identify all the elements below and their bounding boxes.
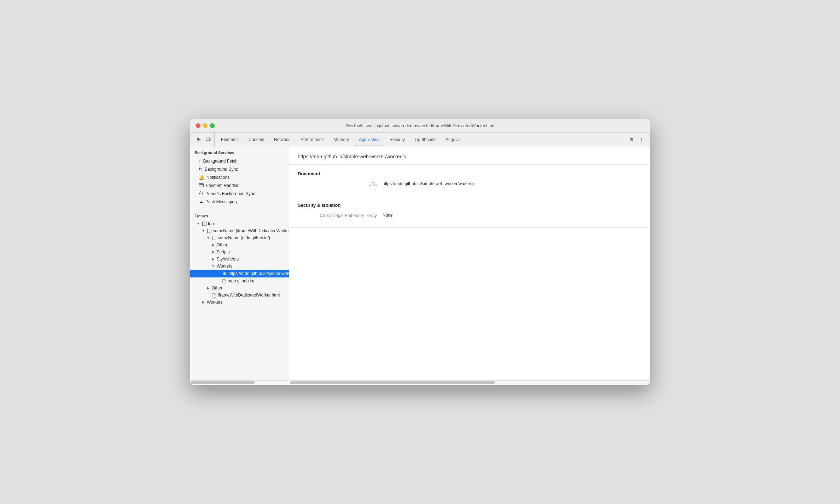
maximize-button[interactable] (210, 123, 215, 128)
svg-rect-5 (208, 229, 211, 233)
periodic-sync-icon: ⏱ (199, 191, 203, 196)
content-area: Background Services ↕ Background Fetch ↻… (190, 147, 650, 380)
tab-console[interactable]: Console (244, 134, 269, 146)
more-options-icon[interactable]: ⋮ (637, 135, 646, 144)
worker-gear-icon: ⚙ (222, 271, 227, 276)
tab-security[interactable]: Security (385, 134, 410, 146)
other2-arrow: ▶ (206, 286, 211, 291)
tree-item-other1[interactable]: ▶ Other (190, 241, 289, 248)
tree-item-workers[interactable]: ▼ Workers (190, 263, 289, 270)
sidebar-item-push-messaging[interactable]: ☁ Push Messaging (190, 198, 289, 206)
coep-field-label: Cross-Origin Embedder Policy (298, 213, 383, 218)
background-fetch-icon: ↕ (199, 158, 201, 164)
payment-handler-icon (199, 183, 204, 188)
cursor-icon[interactable] (194, 135, 203, 144)
tree-item-somename-iframe[interactable]: ▼ someName (iframeWithDedicatedWorker.ht… (190, 227, 289, 234)
sidebar-item-payment-handler[interactable]: Payment Handler (190, 181, 289, 189)
stylesheets-arrow: ▶ (211, 257, 216, 262)
mdn-file-icon (222, 279, 227, 283)
tree-item-scripts[interactable]: ▶ Scripts (190, 248, 289, 256)
workers-arrow: ▼ (211, 264, 216, 269)
tree-item-iframe-file[interactable]: iframeWithDedicatedWorker.html (190, 292, 289, 299)
sidebar-item-background-sync[interactable]: ↻ Background Sync (190, 165, 289, 173)
tab-memory[interactable]: Memory (329, 134, 354, 146)
tree-item-stylesheets[interactable]: ▶ Stylesheets (190, 256, 289, 263)
url-field-value: https://mdn.github.io/simple-web-worker/… (383, 181, 476, 186)
tab-lighthouse[interactable]: Lighthouse (410, 134, 441, 146)
tab-elements[interactable]: Elements (216, 134, 244, 146)
svg-rect-0 (206, 138, 210, 141)
security-section: Security & Isolation Cross-Origin Embedd… (289, 196, 650, 228)
document-section-title: Document (298, 171, 641, 176)
tree-item-top[interactable]: ▼ top (190, 220, 289, 227)
svg-rect-1 (210, 139, 211, 140)
iframe-file-arrow (206, 293, 211, 298)
sidebar-divider (190, 208, 289, 208)
minimize-button[interactable] (203, 123, 208, 128)
device-toggle-icon[interactable] (204, 135, 213, 144)
title-bar: DevTools - wolfib.github.io/web-demos/ne… (190, 119, 650, 133)
document-section: Document URL https://mdn.github.io/simpl… (289, 165, 650, 196)
tree-item-worker-url[interactable]: ⚙ https://mdn.github.io/simple-web-worke… (190, 270, 289, 277)
sidebar-item-notifications[interactable]: 🔔 Notifications (190, 173, 289, 181)
scripts-arrow: ▶ (211, 250, 216, 254)
somename-iframe-arrow: ▼ (201, 228, 206, 233)
top-arrow: ▼ (196, 221, 201, 226)
tab-network[interactable]: Network (269, 134, 294, 146)
background-services-header: Background Services (190, 147, 289, 157)
close-button[interactable] (196, 123, 200, 128)
tab-application[interactable]: Application (354, 134, 385, 146)
content-header: https://mdn.github.io/simple-web-worker/… (289, 147, 650, 165)
worker-url-arrow (216, 271, 221, 276)
devtools-window: DevTools - wolfib.github.io/web-demos/ne… (190, 119, 650, 385)
tree-item-other2[interactable]: ▶ Other (190, 285, 289, 292)
devtools-actions: ⚙ ⋮ (623, 133, 647, 147)
sidebar-scrollbar[interactable] (190, 381, 289, 385)
tree-item-workers2[interactable]: ▶ Workers (190, 299, 289, 306)
other1-arrow: ▶ (211, 242, 216, 247)
main-scrollbar-thumb[interactable] (290, 381, 495, 384)
frames-header: Frames (190, 210, 289, 220)
security-section-title: Security & Isolation (298, 203, 641, 208)
tab-list: Elements Console Network Performance Mem… (216, 134, 623, 146)
tab-angular[interactable]: Angular (441, 134, 465, 146)
tree-item-mdn-file[interactable]: mdn.github.io/ (190, 277, 289, 285)
somename-mdn-arrow: ▼ (206, 235, 211, 240)
sidebar-item-background-fetch[interactable]: ↕ Background Fetch (190, 157, 289, 165)
tab-performance[interactable]: Performance (294, 134, 329, 146)
background-sync-icon: ↻ (199, 166, 203, 172)
svg-rect-2 (199, 184, 204, 187)
sidebar-item-periodic-background-sync[interactable]: ⏱ Periodic Background Sync (190, 189, 289, 198)
mdn-file-arrow (216, 279, 221, 283)
main-scrollbar[interactable] (289, 381, 650, 385)
sidebar-scrollbar-thumb[interactable] (191, 381, 255, 384)
somename-iframe-icon (207, 228, 212, 233)
tree-item-somename-mdn[interactable]: ▼ someName (mdn.github.io/) (190, 234, 289, 241)
main-content: https://mdn.github.io/simple-web-worker/… (289, 147, 650, 380)
content-header-url: https://mdn.github.io/simple-web-worker/… (298, 154, 406, 159)
settings-icon[interactable]: ⚙ (627, 135, 636, 144)
somename-mdn-icon (212, 235, 217, 240)
window-title: DevTools - wolfib.github.io/web-demos/ne… (346, 123, 494, 128)
svg-rect-3 (199, 184, 204, 185)
iframe-file-icon (212, 293, 217, 298)
coep-field-value: None (383, 213, 393, 218)
bottom-scrollbars (190, 380, 650, 385)
svg-rect-4 (203, 222, 206, 226)
svg-rect-6 (212, 236, 216, 240)
workers2-arrow: ▶ (201, 300, 206, 305)
url-field-label: URL (298, 181, 383, 187)
top-frame-icon (202, 221, 207, 226)
coep-field-row: Cross-Origin Embedder Policy None (298, 213, 641, 218)
notifications-icon: 🔔 (199, 175, 204, 180)
sidebar: Background Services ↕ Background Fetch ↻… (190, 147, 289, 380)
devtools-icon-bar (193, 133, 215, 147)
url-field-row: URL https://mdn.github.io/simple-web-wor… (298, 181, 641, 187)
traffic-lights (196, 123, 215, 128)
push-messaging-icon: ☁ (199, 199, 203, 204)
devtools-tab-bar: Elements Console Network Performance Mem… (190, 133, 650, 147)
